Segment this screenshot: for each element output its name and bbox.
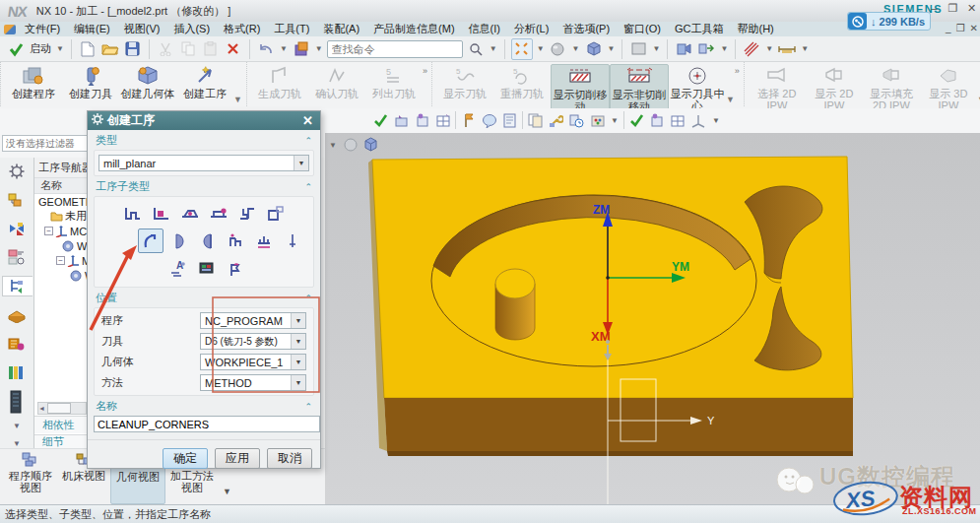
face-milling-icon[interactable] — [177, 201, 203, 226]
program-combo-dropdown-icon[interactable]: ▼ — [291, 313, 305, 328]
finish-walls-icon[interactable] — [166, 229, 192, 253]
constraint-navigator-icon[interactable] — [5, 219, 29, 238]
command-search-input[interactable] — [327, 40, 463, 58]
csys-view-icon[interactable] — [690, 112, 707, 129]
menu-gc-toolbox[interactable]: GC工具箱 — [668, 22, 731, 36]
command-dropdown-icon[interactable]: ▼ — [315, 44, 323, 53]
start-dropdown-icon[interactable]: ▼ — [56, 44, 64, 53]
start-menu-label[interactable]: 启动 — [30, 41, 51, 56]
display-group-more-icon[interactable]: ▼ — [726, 95, 735, 104]
show-cutting-moves-button[interactable]: 显示切削移动 — [551, 64, 610, 113]
finish-floor-icon[interactable] — [195, 229, 221, 253]
menu-file[interactable]: 文件(F) — [18, 22, 67, 36]
open-icon[interactable] — [100, 39, 120, 59]
operation-name-input[interactable] — [94, 416, 320, 432]
show-filled-2d-ipw-button[interactable]: 显示填充 2D IPW — [863, 64, 920, 111]
collapse-icon[interactable]: − — [56, 256, 65, 265]
create-geometry-button[interactable]: 创建几何体 — [119, 64, 176, 99]
move-dropdown-icon[interactable]: ▼ — [720, 44, 728, 53]
planar-profile-icon[interactable] — [263, 201, 289, 226]
name-collapse-icon[interactable]: ⌃ — [304, 402, 312, 412]
program-combo[interactable]: NC_PROGRAM ▼ — [200, 312, 306, 329]
list-toolpath-button[interactable]: 5 列出刀轨 — [365, 64, 423, 99]
copy-icon[interactable] — [178, 39, 198, 59]
undo-dropdown-icon[interactable]: ▼ — [280, 44, 288, 53]
dialog-header[interactable]: 创建工序 ✕ — [88, 111, 320, 130]
window-style-icon[interactable] — [628, 39, 648, 59]
menu-help[interactable]: 帮助(H) — [730, 22, 780, 36]
graphics-viewport[interactable]: Y ZM YM XM — [325, 133, 980, 504]
close-button[interactable]: ✕ — [965, 2, 978, 15]
name-section-header[interactable]: 名称 ⌃ — [88, 396, 320, 416]
history-palette-icon[interactable] — [5, 391, 29, 413]
subtype-section-header[interactable]: 工序子类型 ⌃ — [88, 176, 320, 196]
palette-dropdown-icon[interactable]: ▼ — [611, 116, 619, 125]
tab-program-order-view[interactable]: 程序顺序视图 — [4, 449, 57, 504]
part-navigator-icon[interactable] — [5, 247, 29, 267]
fit-window-icon[interactable] — [511, 38, 533, 60]
view-orient-icon[interactable] — [414, 112, 430, 129]
display-group-overflow-icon[interactable]: » — [735, 66, 740, 76]
cancel-button[interactable]: 取消 — [267, 448, 312, 469]
delete-icon[interactable] — [224, 39, 243, 59]
tool-combo[interactable]: D6 (铣刀-5 参数) ▼ — [200, 333, 306, 350]
grid-icon[interactable] — [434, 112, 451, 129]
reuse-library-icon[interactable] — [5, 334, 29, 354]
search-dropdown-icon[interactable]: ▼ — [490, 44, 497, 53]
replay-toolpath-button[interactable]: 5 重播刀轨 — [493, 64, 551, 99]
create-program-button[interactable]: 创建程序 — [5, 64, 62, 99]
history-clock-icon[interactable] — [568, 112, 585, 129]
doc-restore-button[interactable]: ❐ — [956, 23, 965, 33]
mini-cube-icon[interactable] — [363, 137, 378, 154]
create-group-more-icon[interactable]: ▼ — [233, 95, 242, 104]
comment-icon[interactable] — [481, 112, 497, 129]
menu-view[interactable]: 视图(V) — [117, 22, 167, 36]
cut-icon[interactable] — [156, 39, 175, 59]
layer-settings-icon[interactable] — [393, 112, 410, 129]
eye-island-cylinder[interactable] — [495, 269, 535, 340]
selection-filter-input[interactable] — [2, 135, 95, 152]
new-file-icon[interactable] — [78, 39, 98, 59]
tool-combo-dropdown-icon[interactable]: ▼ — [291, 334, 305, 349]
fit-dropdown-icon[interactable]: ▼ — [537, 44, 545, 53]
show-3d-ipw-button[interactable]: 显示 3D IPW — [920, 64, 977, 111]
type-collapse-icon[interactable]: ⌃ — [304, 136, 312, 146]
menu-preferences[interactable]: 首选项(P) — [555, 22, 617, 36]
toolpath-group-overflow-icon[interactable]: » — [423, 66, 427, 76]
subtype-collapse-icon[interactable]: ⌃ — [304, 182, 312, 192]
command-finder-icon[interactable] — [292, 39, 311, 59]
create-operation-button[interactable]: 创建工序 — [176, 64, 233, 99]
resource-bar-scroll-down-icon[interactable]: ▼ — [13, 422, 21, 430]
show-2d-ipw-button[interactable]: 显示 2D IPW — [806, 64, 863, 111]
select-2d-ipw-button[interactable]: 选择 2D IPW — [749, 64, 806, 111]
mill-control-icon[interactable] — [281, 229, 306, 253]
ok-button[interactable]: 确定 — [163, 448, 208, 469]
location-collapse-icon[interactable]: ⌃ — [304, 294, 312, 303]
doc-close-button[interactable]: ✕ — [970, 23, 978, 33]
menu-information[interactable]: 信息(I) — [462, 22, 507, 36]
dialog-close-icon[interactable]: ✕ — [299, 113, 316, 128]
show-hide-icon[interactable] — [674, 39, 693, 59]
move-object-icon[interactable] — [696, 39, 716, 59]
render-style-icon[interactable] — [549, 39, 568, 59]
measure-icon[interactable] — [777, 39, 797, 59]
thread-milling-icon[interactable] — [224, 229, 249, 253]
view-orient-2-icon[interactable] — [649, 112, 666, 129]
window-dropdown-icon[interactable]: ▼ — [652, 44, 660, 53]
flag-icon[interactable] — [460, 112, 477, 129]
type-combo[interactable]: mill_planar ▼ — [98, 155, 309, 171]
type-combo-dropdown-icon[interactable]: ▼ — [294, 156, 308, 170]
menu-analysis[interactable]: 分析(L) — [507, 22, 555, 36]
search-icon[interactable] — [466, 39, 486, 59]
apply-button[interactable]: 应用 — [215, 448, 260, 469]
edit-section-icon[interactable] — [742, 39, 761, 59]
create-tool-button[interactable]: 创建刀具 — [62, 64, 119, 99]
copy-list-icon[interactable] — [527, 112, 544, 129]
app-menu-icon[interactable] — [4, 25, 16, 34]
machining-wizard-icon[interactable] — [5, 305, 29, 325]
geometry-combo[interactable]: WORKPIECE_1 ▼ — [200, 354, 306, 370]
method-combo-dropdown-icon[interactable]: ▼ — [291, 375, 305, 390]
view-cube-icon[interactable] — [584, 39, 604, 59]
restore-button[interactable]: ❐ — [947, 2, 959, 15]
csys-dropdown-icon[interactable]: ▼ — [712, 116, 720, 125]
